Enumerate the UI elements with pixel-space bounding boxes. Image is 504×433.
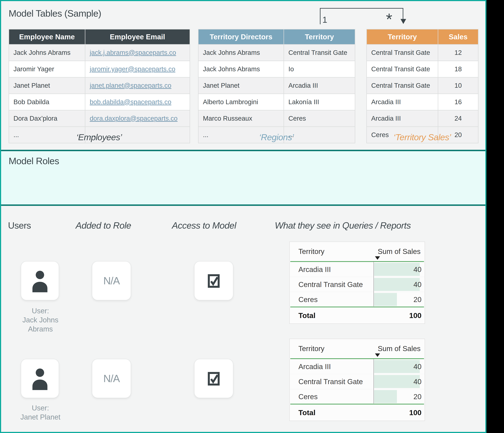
table-row: Alberto LambroginiLakonía III (198, 94, 355, 110)
added-to-role-card: N/A (92, 359, 131, 398)
territory-sales-caption: ‘Territory Sales’ (366, 132, 478, 142)
column-header: Territory Directors (198, 29, 284, 45)
user-caption: User:Jack JohnsAbrams (5, 306, 76, 333)
table-cell: Ceres (284, 110, 355, 127)
column-divider (373, 359, 374, 404)
table-row: Dora Dax’ploradora.daxplora@spaceparts.c… (9, 110, 190, 127)
table-cell: Jaromir Yager (9, 61, 85, 77)
report-total-row: Total 100 (290, 405, 425, 420)
model-roles-band: Model Roles (1, 150, 485, 206)
added-to-role-card: N/A (92, 261, 131, 300)
access-granted-card (194, 261, 233, 300)
relationship-line-left (320, 8, 321, 24)
table-row: Jack Johns Abramsjack.j.abrams@spacepart… (9, 45, 190, 61)
report-matrix: Territory Sum of Sales Arcadia III40Cent… (289, 339, 425, 421)
table-cell: jaromir.yager@spaceparts.co (85, 61, 190, 77)
regions-caption: ‘Regions’ (198, 132, 355, 142)
email-link[interactable]: janet.planet@spaceparts.co (90, 82, 171, 89)
table-cell: Io (284, 61, 355, 77)
access-granted-card (194, 359, 233, 398)
table-row: Jaromir Yagerjaromir.yager@spaceparts.co (9, 61, 190, 77)
table-cell: jack.j.abrams@spaceparts.co (85, 45, 190, 61)
table-cell: Janet Planet (198, 77, 284, 94)
report-row-label: Arcadia III (298, 362, 331, 371)
report-rows: Arcadia III40Central Transit Gate40Ceres… (290, 359, 425, 404)
table-cell: Janet Planet (9, 77, 85, 94)
report-row-label: Central Transit Gate (298, 280, 363, 289)
table-cell: Central Transit Gate (284, 45, 355, 61)
user-caption: User:Janet Planet (5, 403, 76, 422)
access-to-model-header: Access to Model (172, 220, 236, 230)
data-bar (374, 278, 420, 291)
relationship-one-label: 1 (322, 15, 327, 25)
table-cell: Jack Johns Abrams (9, 45, 85, 61)
person-icon (29, 366, 51, 391)
column-header: Employee Name (9, 29, 85, 45)
regions-table: Territory DirectorsTerritoryJack Johns A… (198, 29, 355, 143)
email-link[interactable]: jack.j.abrams@spaceparts.co (90, 49, 176, 56)
email-link[interactable]: bob.dabilda@spaceparts.co (90, 98, 171, 106)
table-row: Central Transit Gate10 (367, 77, 478, 94)
table-row: Janet Planetjanet.planet@spaceparts.co (9, 77, 190, 94)
table-cell: dora.daxplora@spaceparts.co (85, 110, 190, 127)
checkbox-checked-icon (206, 271, 221, 290)
table-cell: Jack Johns Abrams (198, 61, 284, 77)
page-title: Model Tables (Sample) (9, 8, 101, 19)
table-row: Central Transit Gate18 (367, 61, 478, 77)
report-row-label: Ceres (298, 295, 318, 304)
report-rows: Arcadia III40Central Transit Gate40Ceres… (290, 262, 425, 307)
data-bar (374, 293, 397, 306)
email-link[interactable]: dora.daxplora@spaceparts.co (90, 115, 178, 122)
total-label: Total (298, 408, 315, 417)
relationship-arrow-icon (401, 19, 406, 24)
column-header: Territory (284, 29, 355, 45)
table-cell: 18 (438, 61, 478, 77)
sort-descending-icon (375, 256, 380, 260)
data-bar (374, 263, 420, 276)
table-cell: Dora Dax’plora (9, 110, 85, 127)
report-total-row: Total 100 (290, 307, 425, 323)
report-row-value: 40 (414, 280, 422, 289)
total-label: Total (298, 311, 315, 320)
report-row: Ceres20 (290, 292, 425, 307)
table-row: Arcadia III16 (367, 94, 478, 110)
report-row-value: 40 (414, 362, 422, 371)
report-row: Ceres20 (290, 389, 425, 404)
table-row: Marco RusseauxCeres (198, 110, 355, 127)
queries-reports-header: What they see in Queries / Reports (275, 220, 411, 230)
table-cell: 24 (438, 110, 478, 127)
report-sum-of-sales-column-header: Sum of Sales (378, 247, 421, 256)
table-header-row: Employee NameEmployee Email (9, 29, 190, 45)
table-cell: Central Transit Gate (367, 45, 438, 61)
na-label: N/A (103, 275, 120, 287)
table-cell: Central Transit Gate (367, 61, 438, 77)
report-row-label: Ceres (298, 392, 318, 401)
na-label: N/A (103, 373, 120, 384)
report-row-value: 40 (414, 378, 422, 386)
table-row: Jack Johns AbramsIo (198, 61, 355, 77)
table-row: Janet PlanetArcadia III (198, 77, 355, 94)
report-sum-of-sales-column-header: Sum of Sales (378, 344, 421, 353)
table-cell: Arcadia III (367, 110, 438, 127)
column-header: Sales (438, 29, 478, 45)
table-row: Jack Johns AbramsCentral Transit Gate (198, 45, 355, 61)
employees-caption: ‘Employees’ (9, 132, 189, 142)
table-cell: Jack Johns Abrams (198, 45, 284, 61)
table-cell: 12 (438, 45, 478, 61)
total-value: 100 (409, 408, 422, 417)
report-territory-column-header: Territory (298, 247, 324, 256)
column-divider (373, 261, 374, 307)
relationship-line-right (403, 8, 403, 19)
email-link[interactable]: jaromir.yager@spaceparts.co (90, 65, 175, 73)
column-header: Territory (367, 29, 438, 45)
report-territory-column-header: Territory (298, 344, 324, 353)
user-card (21, 261, 59, 300)
table-cell: 16 (438, 94, 478, 110)
checkbox-checked-icon (206, 369, 221, 388)
table-cell: Alberto Lambrogini (198, 94, 284, 110)
report-row: Arcadia III40 (290, 359, 425, 374)
table-header-row: TerritorySales (367, 29, 478, 45)
territory-sales-table: TerritorySalesCentral Transit Gate12Cent… (366, 29, 478, 143)
table-row: Central Transit Gate12 (367, 45, 478, 61)
model-roles-title: Model Roles (9, 156, 485, 166)
